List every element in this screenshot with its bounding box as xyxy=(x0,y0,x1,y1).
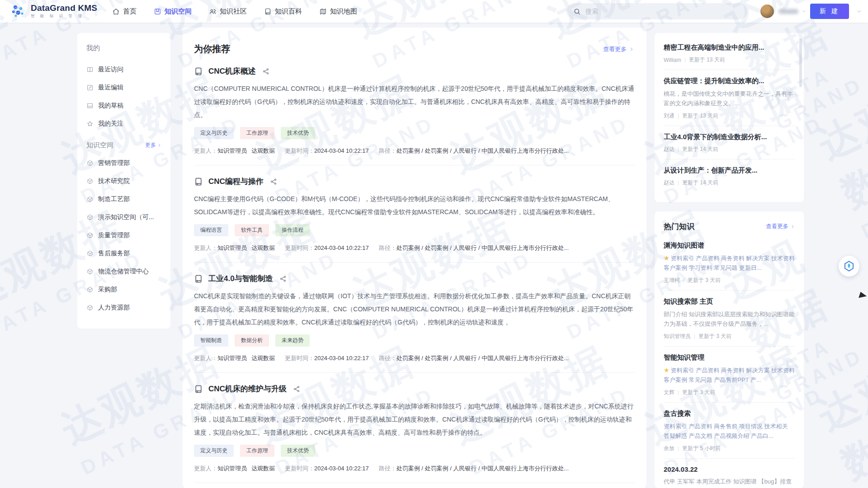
left-sidebar: 我的 最近访问 最近编辑 我的草稿 我的关注 知识空间 更多 营销管理部 技术研… xyxy=(77,33,170,328)
sidebar-my-title: 我的 xyxy=(86,44,100,52)
hot-updated: 更新于 3 天前 xyxy=(698,333,731,340)
sidebar-space-logistics[interactable]: 物流仓储管理中心 xyxy=(86,263,161,281)
nav-item-knowledge-wiki[interactable]: 知识百科 xyxy=(264,7,302,16)
sidebar-item-recent-visits[interactable]: 最近访问 xyxy=(86,61,161,79)
hot-item[interactable]: 盘古搜索 资料索引 产品资料 商务售前 项目情况 技术相关 答疑解惑 产品文档 … xyxy=(664,403,795,459)
sidebar-space-manufacturing[interactable]: 制造工艺部 xyxy=(86,190,161,208)
nav-item-knowledge-map[interactable]: 知识地图 xyxy=(319,7,357,16)
recent-visits-icon xyxy=(86,66,94,73)
card-meta: 更新人：知识管理员达观数据更新时间：2024-03-04 10:22:17路径：… xyxy=(194,147,635,165)
cube-icon xyxy=(86,268,94,275)
article-item[interactable]: 精密工程在高端制造业中的应用... William更新于 13 天前 xyxy=(664,37,795,70)
article-item[interactable]: 供应链管理：提升制造业效率的... 桃花，是中国传统文化中的重要花卉之一，具有丰… xyxy=(664,70,795,126)
updated-by: 知识管理员 xyxy=(217,355,247,361)
tag[interactable]: 定义与历史 xyxy=(194,445,234,457)
share-icon[interactable] xyxy=(293,385,300,393)
card-title-link[interactable]: CNC机床概述 xyxy=(208,66,256,76)
cube-icon xyxy=(86,286,94,293)
nav-item-home[interactable]: 首页 xyxy=(112,7,137,16)
article-author: 赵达 xyxy=(664,145,675,153)
knowledge-card: 工业4.0与智能制造 CNC机床是实现智能制造的关键设备，通过物联网（IOT）技… xyxy=(183,263,646,373)
tag[interactable]: 操作流程 xyxy=(275,224,310,236)
article-updated: 更新于 14 天前 xyxy=(682,145,718,153)
hot-item[interactable]: 知识搜索部 主页 部门介绍 知识搜索部以底层搜索能力和知识图谱能力为基础，不仅提… xyxy=(664,291,795,347)
article-author: 刘通 xyxy=(664,112,675,120)
tag[interactable]: 未来趋势 xyxy=(275,334,310,347)
document-icon xyxy=(194,274,203,283)
sidebar-item-my-follows[interactable]: 我的关注 xyxy=(86,115,161,133)
article-author: William xyxy=(664,57,681,63)
sidebar-space-demo[interactable]: 演示知识空间（可... xyxy=(86,208,161,226)
hot-author: 文辉 xyxy=(664,389,675,396)
hot-item[interactable]: 渊海知识图谱 ★资料索引 产品资料 商务资料 解决方案 技术资料 客户案例 学习… xyxy=(664,235,795,291)
article-author: 赵达 xyxy=(664,179,675,187)
sidebar-spaces-more-link[interactable]: 更多 xyxy=(145,141,161,149)
tag[interactable]: 技术优势 xyxy=(281,445,315,457)
sidebar-space-quality[interactable]: 质量管理部 xyxy=(86,226,161,244)
card-summary: CNC编程主要使用G代码（G-CODE）和M代码（M-CODE），这些代码指令控… xyxy=(194,192,635,219)
document-icon xyxy=(194,67,203,76)
nav-item-knowledge-space[interactable]: 知识空间 xyxy=(154,7,192,16)
nav-label: 知识社区 xyxy=(220,7,247,16)
hot-item[interactable]: 智能知识管理 ★资料索引 产品资料 商务资料 解决方案 技术资料 客户案例 常见… xyxy=(664,347,795,403)
new-button[interactable]: 新 建 xyxy=(810,4,849,19)
card-path-link[interactable]: 处罚案例 / 处罚案例 / 人民银行 / 中国人民银行上海市分行行政处... xyxy=(396,465,569,472)
tag[interactable]: 定义与历史 xyxy=(194,127,234,139)
card-path-link[interactable]: 处罚案例 / 处罚案例 / 人民银行 / 中国人民银行上海市分行行政处... xyxy=(396,244,569,251)
brand-logo[interactable]: DataGrand KMS 智 能 知 识 管 理 xyxy=(10,3,97,19)
card-path-link[interactable]: 处罚案例 / 处罚案例 / 人民银行 / 中国人民银行上海市分行行政处... xyxy=(396,355,569,361)
knowledge-card: CNC编程与操作 CNC编程主要使用G代码（G-CODE）和M代码（M-CODE… xyxy=(183,165,646,263)
knowledge-card: CNC机床的维护与升级 定期清洁机床，检查润滑油和冷却液，保持机床良好的工作状态… xyxy=(183,373,646,483)
global-search[interactable] xyxy=(566,3,747,19)
card-title-link[interactable]: CNC机床的维护与升级 xyxy=(208,384,287,394)
sidebar-item-my-drafts[interactable]: 我的草稿 xyxy=(86,97,161,115)
sidebar-space-tech-institute[interactable]: 技术研究院 xyxy=(86,172,161,190)
sidebar-space-hr[interactable]: 人力资源部 xyxy=(86,299,161,317)
share-icon[interactable] xyxy=(279,275,287,282)
home-icon xyxy=(112,8,120,15)
tag[interactable]: 工作原理 xyxy=(240,445,274,457)
share-icon[interactable] xyxy=(262,68,269,75)
tag[interactable]: 数据分析 xyxy=(235,334,269,347)
sidebar-item-recent-edits[interactable]: 最近编辑 xyxy=(86,79,161,97)
card-path-link[interactable]: 处罚案例 / 处罚案例 / 人民银行 / 中国人民银行上海市分行行政处... xyxy=(396,147,569,154)
nav-label: 首页 xyxy=(123,7,137,16)
card-title-link[interactable]: 工业4.0与智能制造 xyxy=(208,273,273,284)
scrollbar-thumb[interactable] xyxy=(799,38,802,87)
knowledge-space-icon xyxy=(154,8,161,15)
tag[interactable]: 编程语言 xyxy=(194,224,228,236)
new-dropdown-chevron-icon[interactable] xyxy=(856,9,862,14)
knowledge-map-icon xyxy=(319,8,327,15)
nav-item-knowledge-community[interactable]: 知识社区 xyxy=(209,7,247,16)
sidebar-space-marketing[interactable]: 营销管理部 xyxy=(86,154,161,172)
user-menu-chevron-down-icon[interactable] xyxy=(801,9,807,14)
tag[interactable]: 技术优势 xyxy=(281,127,315,139)
recommend-panel: 为你推荐 查看更多 CNC机床概述 CNC（COMPUTER NUMERICAL… xyxy=(183,28,646,488)
search-icon xyxy=(573,8,581,15)
cube-icon xyxy=(86,214,94,221)
updated-time: 2024-03-04 10:22:17 xyxy=(314,465,369,472)
chevron-right-icon xyxy=(157,143,161,147)
sidebar-space-procurement[interactable]: 采购部 xyxy=(86,281,161,299)
hot-item[interactable]: 2024.03.22 代申 王军军 本周完成工作 知识图谱 【bug】排查并解决… xyxy=(664,459,795,488)
sidebar-space-after-sales[interactable]: 售后服务部 xyxy=(86,244,161,263)
updated-by: 知识管理员 xyxy=(217,147,247,154)
article-item[interactable]: 从设计到生产：创新产品开发... 赵达更新于 14 天前 xyxy=(664,160,795,192)
hot-view-more-link[interactable]: 查看更多 xyxy=(766,223,795,230)
tag[interactable]: 工作原理 xyxy=(240,127,274,139)
cube-icon xyxy=(86,178,94,185)
sidebar-spaces-title: 知识空间 xyxy=(86,141,113,150)
recommend-view-more-link[interactable]: 查看更多 xyxy=(603,45,634,53)
knowledge-wiki-icon xyxy=(264,8,272,15)
tag[interactable]: 软件工具 xyxy=(235,224,269,236)
user-avatar[interactable] xyxy=(760,5,774,18)
ai-assistant-button[interactable] xyxy=(839,256,859,277)
assistant-hexagon-pen-icon xyxy=(843,260,855,272)
share-icon[interactable] xyxy=(270,178,277,185)
hot-updated: 更新于 3 天前 xyxy=(688,277,721,284)
document-icon xyxy=(194,177,203,186)
article-item[interactable]: 工业4.0背景下的制造业数据分析... 赵达更新于 14 天前 xyxy=(664,126,795,160)
tag[interactable]: 智能制造 xyxy=(194,334,228,347)
search-input[interactable] xyxy=(585,8,735,15)
card-title-link[interactable]: CNC编程与操作 xyxy=(208,176,264,187)
